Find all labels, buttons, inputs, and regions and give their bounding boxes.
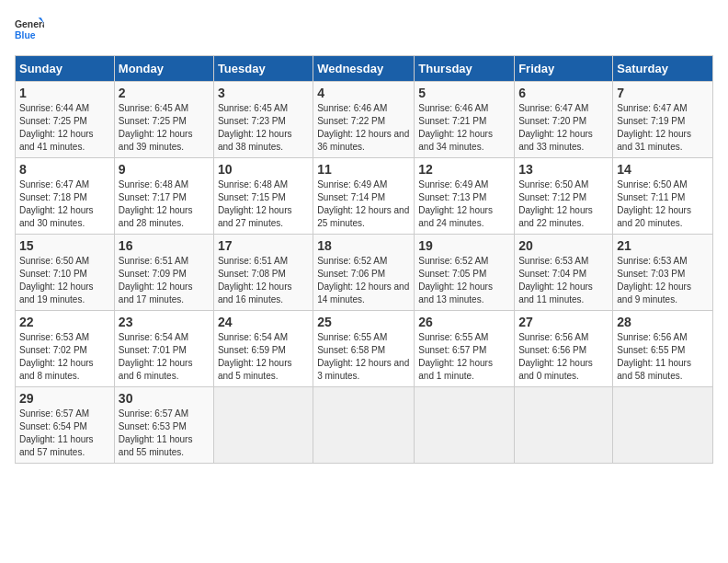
day-info: Sunrise: 6:55 AMSunset: 6:58 PMDaylight:… [317, 332, 409, 381]
weekday-header: Tuesday [213, 56, 313, 82]
day-number: 9 [119, 162, 210, 177]
day-info: Sunrise: 6:57 AMSunset: 6:53 PMDaylight:… [119, 408, 193, 457]
weekday-header: Saturday [613, 56, 713, 82]
calendar-cell: 20 Sunrise: 6:53 AMSunset: 7:04 PMDaylig… [515, 235, 613, 311]
day-info: Sunrise: 6:51 AMSunset: 7:08 PMDaylight:… [218, 256, 292, 304]
day-info: Sunrise: 6:55 AMSunset: 6:57 PMDaylight:… [418, 332, 493, 381]
svg-text:Blue: Blue [15, 30, 36, 40]
logo: General Blue [15, 15, 44, 44]
day-number: 23 [119, 315, 210, 329]
day-info: Sunrise: 6:48 AMSunset: 7:15 PMDaylight:… [218, 179, 292, 228]
logo-icon: General Blue [15, 15, 44, 44]
day-number: 4 [317, 86, 410, 100]
day-info: Sunrise: 6:46 AMSunset: 7:21 PMDaylight:… [418, 103, 493, 152]
day-info: Sunrise: 6:53 AMSunset: 7:04 PMDaylight:… [518, 256, 593, 304]
day-number: 13 [518, 162, 609, 177]
calendar-cell: 8 Sunrise: 6:47 AMSunset: 7:18 PMDayligh… [16, 158, 115, 235]
day-number: 3 [218, 86, 309, 100]
calendar-cell: 30 Sunrise: 6:57 AMSunset: 6:53 PMDaylig… [114, 387, 213, 464]
calendar-cell: 15 Sunrise: 6:50 AMSunset: 7:10 PMDaylig… [16, 235, 115, 311]
day-number: 16 [119, 238, 210, 253]
day-info: Sunrise: 6:54 AMSunset: 7:01 PMDaylight:… [119, 332, 193, 381]
day-number: 2 [119, 86, 210, 100]
calendar-cell: 27 Sunrise: 6:56 AMSunset: 6:56 PMDaylig… [515, 311, 613, 387]
calendar-cell: 9 Sunrise: 6:48 AMSunset: 7:17 PMDayligh… [114, 158, 213, 235]
day-info: Sunrise: 6:57 AMSunset: 6:54 PMDaylight:… [19, 408, 94, 457]
calendar-cell: 24 Sunrise: 6:54 AMSunset: 6:59 PMDaylig… [213, 311, 313, 387]
calendar-cell: 23 Sunrise: 6:54 AMSunset: 7:01 PMDaylig… [114, 311, 213, 387]
calendar-cell [613, 387, 713, 464]
day-info: Sunrise: 6:50 AMSunset: 7:11 PMDaylight:… [617, 179, 691, 228]
calendar-cell: 13 Sunrise: 6:50 AMSunset: 7:12 PMDaylig… [515, 158, 613, 235]
day-info: Sunrise: 6:49 AMSunset: 7:14 PMDaylight:… [317, 179, 409, 228]
calendar-cell: 29 Sunrise: 6:57 AMSunset: 6:54 PMDaylig… [16, 387, 115, 464]
day-info: Sunrise: 6:46 AMSunset: 7:22 PMDaylight:… [317, 103, 409, 152]
day-number: 14 [617, 162, 709, 177]
day-info: Sunrise: 6:50 AMSunset: 7:12 PMDaylight:… [518, 179, 593, 228]
day-number: 15 [19, 238, 110, 253]
day-number: 19 [418, 238, 510, 253]
calendar-cell: 4 Sunrise: 6:46 AMSunset: 7:22 PMDayligh… [313, 82, 415, 158]
day-number: 10 [218, 162, 309, 177]
day-info: Sunrise: 6:44 AMSunset: 7:25 PMDaylight:… [19, 103, 94, 152]
calendar-cell: 3 Sunrise: 6:45 AMSunset: 7:23 PMDayligh… [213, 82, 313, 158]
day-info: Sunrise: 6:48 AMSunset: 7:17 PMDaylight:… [119, 179, 193, 228]
day-number: 5 [418, 86, 510, 100]
day-number: 22 [19, 315, 110, 329]
day-info: Sunrise: 6:53 AMSunset: 7:03 PMDaylight:… [617, 256, 691, 304]
day-number: 17 [218, 238, 309, 253]
day-number: 25 [317, 315, 410, 329]
day-number: 18 [317, 238, 410, 253]
weekday-header: Friday [515, 56, 613, 82]
calendar-cell: 14 Sunrise: 6:50 AMSunset: 7:11 PMDaylig… [613, 158, 713, 235]
calendar-cell: 17 Sunrise: 6:51 AMSunset: 7:08 PMDaylig… [213, 235, 313, 311]
day-info: Sunrise: 6:47 AMSunset: 7:20 PMDaylight:… [518, 103, 593, 152]
day-info: Sunrise: 6:52 AMSunset: 7:06 PMDaylight:… [317, 256, 409, 304]
day-number: 27 [518, 315, 609, 329]
day-number: 20 [518, 238, 609, 253]
calendar-cell: 19 Sunrise: 6:52 AMSunset: 7:05 PMDaylig… [415, 235, 515, 311]
calendar-cell: 7 Sunrise: 6:47 AMSunset: 7:19 PMDayligh… [613, 82, 713, 158]
day-info: Sunrise: 6:49 AMSunset: 7:13 PMDaylight:… [418, 179, 493, 228]
day-number: 28 [617, 315, 709, 329]
day-info: Sunrise: 6:53 AMSunset: 7:02 PMDaylight:… [19, 332, 94, 381]
calendar-cell: 21 Sunrise: 6:53 AMSunset: 7:03 PMDaylig… [613, 235, 713, 311]
calendar-cell: 12 Sunrise: 6:49 AMSunset: 7:13 PMDaylig… [415, 158, 515, 235]
calendar-cell: 22 Sunrise: 6:53 AMSunset: 7:02 PMDaylig… [16, 311, 115, 387]
weekday-header: Sunday [16, 56, 115, 82]
weekday-header: Monday [114, 56, 213, 82]
calendar-cell: 2 Sunrise: 6:45 AMSunset: 7:25 PMDayligh… [114, 82, 213, 158]
weekday-header: Thursday [415, 56, 515, 82]
day-info: Sunrise: 6:45 AMSunset: 7:25 PMDaylight:… [119, 103, 193, 152]
day-info: Sunrise: 6:56 AMSunset: 6:55 PMDaylight:… [617, 332, 691, 381]
day-info: Sunrise: 6:52 AMSunset: 7:05 PMDaylight:… [418, 256, 493, 304]
day-number: 7 [617, 86, 709, 100]
day-number: 11 [317, 162, 410, 177]
calendar-table: SundayMondayTuesdayWednesdayThursdayFrid… [15, 55, 713, 464]
day-info: Sunrise: 6:54 AMSunset: 6:59 PMDaylight:… [218, 332, 292, 381]
day-number: 1 [19, 86, 110, 100]
day-number: 12 [418, 162, 510, 177]
day-number: 26 [418, 315, 510, 329]
calendar-cell: 18 Sunrise: 6:52 AMSunset: 7:06 PMDaylig… [313, 235, 415, 311]
calendar-cell: 28 Sunrise: 6:56 AMSunset: 6:55 PMDaylig… [613, 311, 713, 387]
weekday-header: Wednesday [313, 56, 415, 82]
calendar-cell [515, 387, 613, 464]
svg-text:General: General [15, 19, 44, 29]
day-info: Sunrise: 6:56 AMSunset: 6:56 PMDaylight:… [518, 332, 593, 381]
day-info: Sunrise: 6:50 AMSunset: 7:10 PMDaylight:… [19, 256, 94, 304]
day-number: 6 [518, 86, 609, 100]
calendar-cell: 5 Sunrise: 6:46 AMSunset: 7:21 PMDayligh… [415, 82, 515, 158]
day-number: 21 [617, 238, 709, 253]
calendar-cell: 11 Sunrise: 6:49 AMSunset: 7:14 PMDaylig… [313, 158, 415, 235]
day-number: 30 [119, 391, 210, 406]
calendar-cell: 16 Sunrise: 6:51 AMSunset: 7:09 PMDaylig… [114, 235, 213, 311]
calendar-cell: 6 Sunrise: 6:47 AMSunset: 7:20 PMDayligh… [515, 82, 613, 158]
calendar-cell: 26 Sunrise: 6:55 AMSunset: 6:57 PMDaylig… [415, 311, 515, 387]
page-header: General Blue [15, 15, 713, 44]
day-info: Sunrise: 6:51 AMSunset: 7:09 PMDaylight:… [119, 256, 193, 304]
calendar-cell [313, 387, 415, 464]
day-info: Sunrise: 6:47 AMSunset: 7:19 PMDaylight:… [617, 103, 691, 152]
day-number: 24 [218, 315, 309, 329]
calendar-cell: 10 Sunrise: 6:48 AMSunset: 7:15 PMDaylig… [213, 158, 313, 235]
